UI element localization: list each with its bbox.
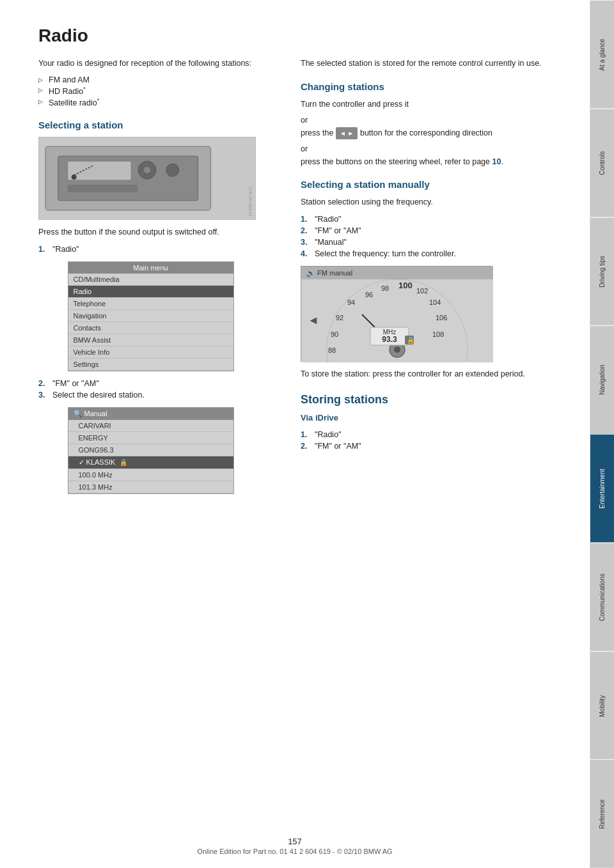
direction-button-icon: ◄ ► [336,127,358,139]
station-types-list: FM and AM HD Radio* Satellite radio* [38,75,281,108]
footer-text: Online Edition for Part no. 01 41 2 604 … [0,848,590,855]
svg-point-7 [166,164,179,176]
manual-step-1-num: 1. [301,215,307,224]
right-column: The selected station is stored for the r… [301,58,577,500]
sidebar-tab-mobility[interactable]: Mobility [590,651,614,760]
changing-step3: press the buttons on the steering wheel,… [301,156,577,168]
svg-point-6 [144,167,150,173]
via-idrive-heading: Via iDrive [301,413,577,422]
station-selection-intro: Station selection using the frequency. [301,196,577,208]
sidebar-tab-navigation[interactable]: Navigation [590,325,614,434]
menu-title: Main menu [68,262,233,274]
list-item: HD Radio* [38,85,281,97]
menu-item-navigation: Navigation [68,310,233,322]
svg-text:93.3: 93.3 [382,335,397,344]
storing-steps-list: 1. "Radio" 2. "FM" or "AM" [301,429,577,452]
menu-item-telephone: Telephone [68,298,233,310]
svg-text:🔊 FM manual: 🔊 FM manual [306,268,352,277]
step-item: 1. "Radio" [38,244,281,255]
columns-layout: Your radio is designed for reception of … [38,58,577,500]
changing-step2: press the ◄ ► button for the correspondi… [301,127,577,139]
fm-list-item-100: 100.0 MHz [68,469,233,481]
sidebar-tab-controls[interactable]: Controls [590,109,614,217]
press-button-text: Press the button if the sound output is … [38,226,281,238]
manual-step-2: 2. "FM" or "AM" [301,225,577,236]
fm-manual-dial: 🔊 FM manual 96 98 100 102 104 106 108 94… [301,266,492,362]
list-item: Satellite radio* [38,97,281,108]
fm-list-item-101: 101.3 MHz [68,481,233,493]
manual-step-3-num: 3. [301,238,307,247]
image-watermark: VVK-00-494-01 [248,186,253,217]
selecting-station-heading: Selecting a station [38,120,281,130]
sidebar-tab-reference[interactable]: Reference [590,759,614,868]
svg-text:92: 92 [336,314,343,322]
fm-list-item: GONG96.3 [68,444,233,456]
store-text: The selected station is stored for the r… [301,58,577,70]
svg-text:106: 106 [436,314,447,322]
main-menu-screen: Main menu CD/Multimedia Radio Telephone … [56,261,245,371]
fm-list-title: 🔍 Manual [68,408,233,420]
sidebar-tab-at-a-glance[interactable]: At a glance [590,0,614,109]
manual-step-4-num: 4. [301,249,307,258]
or-text-1: or [301,116,577,125]
step-2-number: 2. [38,379,45,388]
or-text-2: or [301,144,577,153]
step-3-number: 3. [38,391,45,399]
page-title: Radio [38,26,577,46]
page-reference: 10 [492,157,501,166]
list-item: FM and AM [38,75,281,85]
fm-list-item: ENERGY [68,432,233,444]
svg-text:104: 104 [429,298,441,306]
svg-text:108: 108 [432,330,444,338]
fm-list-screen: 🔍 Manual CARIVARI ENERGY GONG96.3 ✓ KLAS… [56,407,245,494]
selecting-steps-list: 1. "Radio" [38,244,281,255]
storing-step-2-num: 2. [301,442,307,451]
intro-text: Your radio is designed for reception of … [38,58,281,70]
sidebar-tab-communications[interactable]: Communications [590,543,614,651]
svg-point-27 [394,346,400,353]
page-number: 157 [0,837,590,846]
manual-step-2-num: 2. [301,226,307,235]
svg-text:90: 90 [331,330,338,338]
menu-item-bmw: BMW Assist [68,334,233,346]
manual-step-3: 3. "Manual" [301,236,577,248]
main-menu-mock: Main menu CD/Multimedia Radio Telephone … [68,261,234,371]
fm-list-item-klassik: ✓ KLASSIK 🔒 [68,456,233,469]
page-container: Radio Your radio is designed for recepti… [0,0,614,868]
svg-text:102: 102 [416,287,428,295]
step-number: 1. [38,245,45,254]
manual-steps-list: 1. "Radio" 2. "FM" or "AM" 3. "Manual" 4… [301,213,577,260]
left-column: Your radio is designed for reception of … [38,58,281,500]
svg-text:100: 100 [398,281,413,290]
menu-item: CD/Multimedia [68,274,233,286]
lock-icon: 🔒 [120,459,127,466]
main-content: Radio Your radio is designed for recepti… [0,0,590,868]
menu-item-settings: Settings [68,359,233,371]
step-2-item: 2. "FM" or "AM" [38,378,281,389]
page-footer: 157 Online Edition for Part no. 01 41 2 … [0,837,590,855]
svg-rect-4 [68,185,138,192]
manual-step-1: 1. "Radio" [301,213,577,225]
svg-point-9 [72,174,77,180]
store-station-text: To store the station: press the controll… [301,368,577,380]
changing-step1: Turn the controller and press it [301,98,577,111]
sidebar-tab-driving-tips[interactable]: Driving tips [590,217,614,326]
fm-list-item: CARIVARI [68,420,233,432]
svg-text:98: 98 [381,284,389,292]
svg-text:94: 94 [347,298,355,306]
svg-text:96: 96 [365,291,373,298]
storing-stations-heading: Storing stations [301,393,577,407]
fm-list-mock: 🔍 Manual CARIVARI ENERGY GONG96.3 ✓ KLAS… [68,407,234,494]
selecting-manually-heading: Selecting a station manually [301,179,577,190]
storing-step-1: 1. "Radio" [301,429,577,440]
svg-rect-3 [68,161,131,180]
car-radio-image: VVK-00-494-01 [38,137,256,220]
remaining-steps-list: 2. "FM" or "AM" 3. Select the desired st… [38,378,281,401]
menu-item-radio: Radio [68,286,233,298]
svg-text:🔒: 🔒 [407,336,415,345]
manual-step-4: 4. Select the frequency: turn the contro… [301,248,577,260]
sidebar-tab-entertainment[interactable]: Entertainment [590,434,614,543]
svg-text:88: 88 [328,346,336,354]
menu-item-contacts: Contacts [68,322,233,334]
sidebar: At a glance Controls Driving tips Naviga… [590,0,614,868]
